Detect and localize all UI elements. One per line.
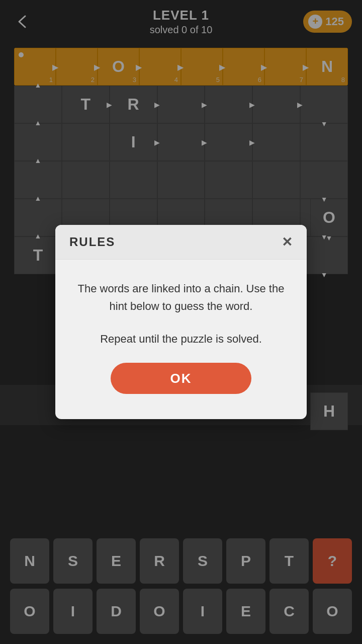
modal-header: RULES ✕ bbox=[55, 225, 307, 260]
rules-modal: RULES ✕ The words are linked into a chai… bbox=[55, 225, 307, 420]
modal-title: RULES bbox=[69, 235, 115, 249]
modal-close-button[interactable]: ✕ bbox=[282, 235, 293, 249]
modal-text-2: Repeat until the puzzle is solved. bbox=[75, 330, 287, 348]
modal-ok-button[interactable]: OK bbox=[111, 363, 251, 394]
modal-body: The words are linked into a chain. Use t… bbox=[55, 260, 307, 420]
modal-overlay: RULES ✕ The words are linked into a chai… bbox=[0, 0, 362, 644]
modal-text-1: The words are linked into a chain. Use t… bbox=[75, 280, 287, 315]
